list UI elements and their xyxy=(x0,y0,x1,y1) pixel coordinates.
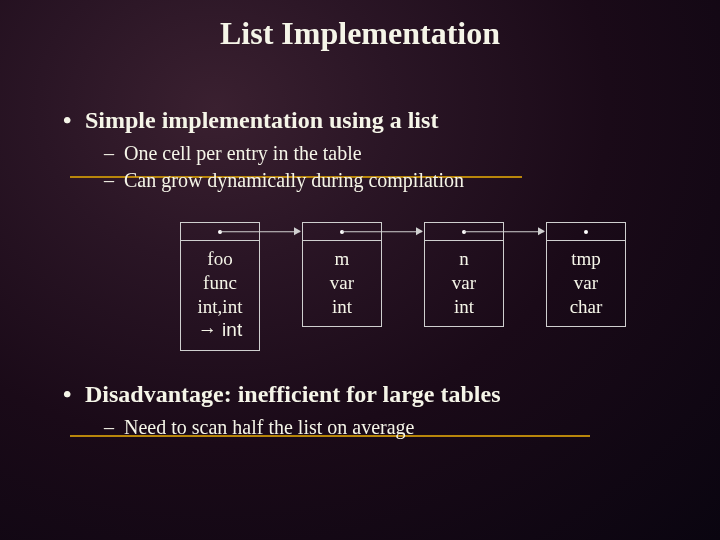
list-cell: m var int xyxy=(302,222,382,327)
cell-line: foo xyxy=(183,247,257,271)
cell-line: func xyxy=(183,271,257,295)
list-cell: foo func int,int → int xyxy=(180,222,260,351)
cell-line: int,int xyxy=(183,295,257,319)
pointer-arrow-icon xyxy=(464,231,544,233)
pointer-arrow-icon xyxy=(220,231,300,233)
cell-line: n xyxy=(427,247,501,271)
cell-line: m xyxy=(305,247,379,271)
bullet-sub-3: Need to scan half the list on average xyxy=(124,414,690,441)
cell-line: tmp xyxy=(549,247,623,271)
cell-anchor xyxy=(547,223,625,241)
pointer-arrow-icon xyxy=(342,231,422,233)
cell-body: m var int xyxy=(303,241,381,326)
cell-line: int xyxy=(305,295,379,319)
cell-body: foo func int,int → int xyxy=(181,241,259,350)
cell-line: → int xyxy=(183,318,257,342)
cell-body: n var int xyxy=(425,241,503,326)
bullet-sub-2: Can grow dynamically during compilation xyxy=(124,167,690,194)
cell-line: char xyxy=(549,295,623,319)
list-cell: n var int xyxy=(424,222,504,327)
slide: List Implementation Simple implementatio… xyxy=(0,0,720,441)
cell-line: var xyxy=(305,271,379,295)
cell-line: var xyxy=(427,271,501,295)
bullet-main-2: Disadvantage: inefficient for large tabl… xyxy=(85,381,690,408)
cell-anchor xyxy=(425,223,503,241)
bullet-sub-1: One cell per entry in the table xyxy=(124,140,690,167)
slide-title: List Implementation xyxy=(30,15,690,52)
cell-anchor xyxy=(303,223,381,241)
pointer-dot-icon xyxy=(584,230,588,234)
cell-anchor xyxy=(181,223,259,241)
list-cell: tmp var char xyxy=(546,222,626,327)
cell-body: tmp var char xyxy=(547,241,625,326)
cell-line: var xyxy=(549,271,623,295)
bullet-main-1: Simple implementation using a list xyxy=(85,107,690,134)
linked-list-diagram: foo func int,int → int m var int xyxy=(180,222,690,351)
cell-line: int xyxy=(427,295,501,319)
